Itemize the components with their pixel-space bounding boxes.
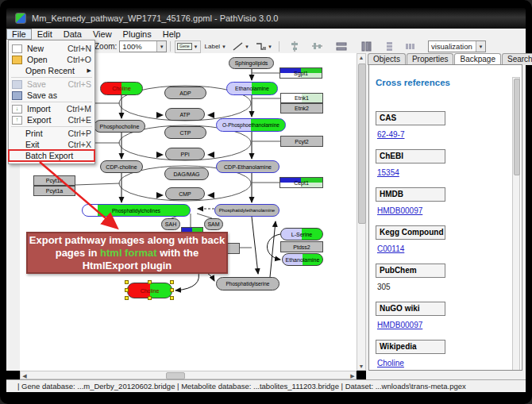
file-menu-item-print[interactable]: PrintCtrl+P xyxy=(9,128,94,139)
file-menu-item-batch-export[interactable]: Batch Export xyxy=(9,150,94,161)
pathway-node-phosphatidylcholines[interactable]: Phosphatidylcholines xyxy=(82,204,191,217)
pathway-node-sam[interactable]: SAM xyxy=(204,218,223,230)
pathway-node-choline[interactable]: Choline xyxy=(100,82,143,95)
menubar-item-help[interactable]: Help xyxy=(157,29,187,40)
menubar-item-file[interactable]: File xyxy=(6,29,32,40)
menu-item-label: Open Recent xyxy=(25,66,83,75)
stack-horizontal-button[interactable] xyxy=(403,40,418,53)
pathway-node-dag-mag[interactable]: DAG/MAG xyxy=(164,167,209,180)
xref-link[interactable]: C00114 xyxy=(377,244,404,253)
pathway-node-sah[interactable]: SAH xyxy=(161,218,180,230)
pathway-node-phosphatidylserine[interactable]: Phosphatidylserine xyxy=(216,277,279,290)
panel-scrollbar[interactable] xyxy=(512,77,520,371)
common-width-button[interactable] xyxy=(358,40,374,53)
tab-search[interactable]: Search xyxy=(502,53,532,65)
pathway-node-adp[interactable]: ADP xyxy=(164,87,206,99)
pathway-node-cept1[interactable]: Cept1 xyxy=(279,177,323,188)
pathway-node-sgpl1[interactable]: Sgpl1 xyxy=(279,67,322,79)
selection-handle[interactable] xyxy=(170,280,174,284)
toolbar-separator xyxy=(170,41,171,52)
title-bar[interactable]: Mm_Kennedy_pathway_WP1771_45176.gpml - P… xyxy=(6,8,526,29)
xref-link[interactable]: HMDB00097 xyxy=(377,321,422,329)
scroll-left-icon[interactable]: ◀ xyxy=(21,372,29,379)
selection-handle[interactable] xyxy=(125,280,129,284)
selection-handle[interactable] xyxy=(125,288,129,292)
align-center-y-button[interactable] xyxy=(310,40,325,53)
pathway-node-etnk2[interactable]: Etnk2 xyxy=(280,103,323,114)
status-bar: | Gene database: ...m_Derby_20120602.bri… xyxy=(6,379,526,392)
pathway-node-cdp-ethanolamine[interactable]: CDP-Ethanolamine xyxy=(216,160,279,173)
add-gene-node-button[interactable]: Gene ▼ xyxy=(175,40,200,53)
pathway-node-l-serine[interactable]: L-Serine xyxy=(280,228,323,240)
tab-properties[interactable]: Properties xyxy=(407,53,454,65)
pathway-node-cdp-choline[interactable]: CDP-choline xyxy=(100,160,143,173)
common-height-button[interactable] xyxy=(333,40,349,53)
pathway-node-pcyt1a[interactable]: Pcyt1a xyxy=(33,186,75,196)
pathway-node-ctp[interactable]: CTP xyxy=(164,126,206,139)
file-menu-item-import[interactable]: ↓ImportCtrl+M xyxy=(9,103,94,114)
file-menu-item-save[interactable]: SaveCtrl+S xyxy=(9,79,94,90)
menubar-item-plugins[interactable]: Plugins xyxy=(118,29,157,40)
pathway-node-pcyt1b[interactable]: Pcyt1b xyxy=(33,175,75,186)
selection-handle[interactable] xyxy=(125,296,129,300)
visualization-combobox[interactable]: visualization ▼ xyxy=(428,40,486,52)
file-menu-item-exit[interactable]: ExitCtrl+X xyxy=(9,139,94,150)
add-label-button[interactable]: Label ▼ xyxy=(202,40,229,53)
pathway-node-phosphocholine[interactable]: Phosphocholine xyxy=(94,120,145,133)
pathway-node-atp[interactable]: ATP xyxy=(165,108,205,121)
pathway-node-cmp[interactable]: CMP xyxy=(165,187,205,200)
xref-section-kegg-compound: Kegg CompoundC00114 xyxy=(376,225,511,254)
vertical-scroll-thumb[interactable] xyxy=(358,63,366,224)
xref-link[interactable]: 15354 xyxy=(377,168,399,177)
file-menu-item-export[interactable]: ↑ExportCtrl+E xyxy=(9,114,94,125)
canvas-vertical-scrollbar[interactable]: ▲ ▼ xyxy=(357,53,366,371)
canvas-horizontal-scrollbar[interactable]: ◀ ▶ xyxy=(20,371,357,379)
file-menu-item-open[interactable]: OpenCtrl+O xyxy=(9,54,94,65)
line-tool-button[interactable]: ▼ xyxy=(230,40,252,53)
pathway-node-sphingolipids[interactable]: Sphingolipids xyxy=(229,57,274,69)
file-menu-item-new[interactable]: NewCtrl+N xyxy=(9,43,94,54)
menu-item-shortcut: Ctrl+N xyxy=(67,44,91,53)
stack-vertical-button[interactable] xyxy=(382,40,397,53)
panel-scroll-thumb[interactable] xyxy=(514,79,520,175)
pathway-node-etnk1[interactable]: Etnk1 xyxy=(280,93,323,103)
xref-link[interactable]: 62-49-7 xyxy=(377,130,404,139)
menu-item-label: Batch Export xyxy=(25,151,91,160)
menubar-item-edit[interactable]: Edit xyxy=(32,29,58,40)
scroll-down-icon[interactable]: ▼ xyxy=(357,363,365,370)
horizontal-scroll-thumb[interactable] xyxy=(166,372,185,379)
selection-handle[interactable] xyxy=(148,296,152,300)
chevron-down-icon[interactable]: ▼ xyxy=(245,44,249,49)
pathway-node-o-phosphoethanolamine[interactable]: O-Phosphoethanolamine xyxy=(216,118,286,132)
pathway-node-phosphatidylethanolamine[interactable]: Phosphatidylethanolamine xyxy=(214,204,279,217)
zoom-combobox[interactable]: 100% ▼ xyxy=(119,40,167,52)
align-center-x-button[interactable] xyxy=(287,40,303,53)
pathway-node-ptdss2[interactable]: Ptdss2 xyxy=(280,241,323,252)
file-menu-item-open-recent[interactable]: Open Recent▶ xyxy=(9,65,94,76)
chevron-down-icon[interactable]: ▼ xyxy=(156,41,166,52)
xref-link[interactable]: Choline xyxy=(377,359,404,367)
chevron-down-icon[interactable]: ▼ xyxy=(194,44,199,49)
xref-link[interactable]: HMDB00097 xyxy=(377,206,422,215)
selection-handle[interactable] xyxy=(148,280,152,284)
chevron-down-icon[interactable]: ▼ xyxy=(268,44,272,49)
file-menu-item-save-as[interactable]: Save as xyxy=(9,90,94,101)
selection-handle[interactable] xyxy=(170,288,174,292)
chevron-down-icon[interactable]: ▼ xyxy=(222,44,226,49)
scroll-right-icon[interactable]: ▶ xyxy=(349,372,357,379)
menubar-item-view[interactable]: View xyxy=(87,29,118,40)
chevron-down-icon[interactable]: ▼ xyxy=(476,41,485,52)
pathway-node-ppi[interactable]: PPi xyxy=(165,148,205,160)
connector-tool-button[interactable]: ▼ xyxy=(253,40,275,53)
submenu-arrow-icon: ▶ xyxy=(87,67,91,74)
xref-value: 62-49-7 xyxy=(377,130,511,140)
no-icon xyxy=(12,67,21,75)
selection-handle[interactable] xyxy=(170,296,174,300)
pathway-node-ethanolamine[interactable]: Ethanolamine xyxy=(226,82,278,95)
tab-objects[interactable]: Objects xyxy=(368,53,406,65)
pathway-node-pcyt2[interactable]: Pcyt2 xyxy=(280,136,323,147)
pathway-node-ethanolamine[interactable]: Ethanolamine xyxy=(282,253,323,266)
scroll-up-icon[interactable]: ▲ xyxy=(357,54,365,61)
xref-section-nugo-wiki: NuGO wikiHMDB00097 xyxy=(376,302,511,330)
menubar-item-data[interactable]: Data xyxy=(58,29,87,40)
